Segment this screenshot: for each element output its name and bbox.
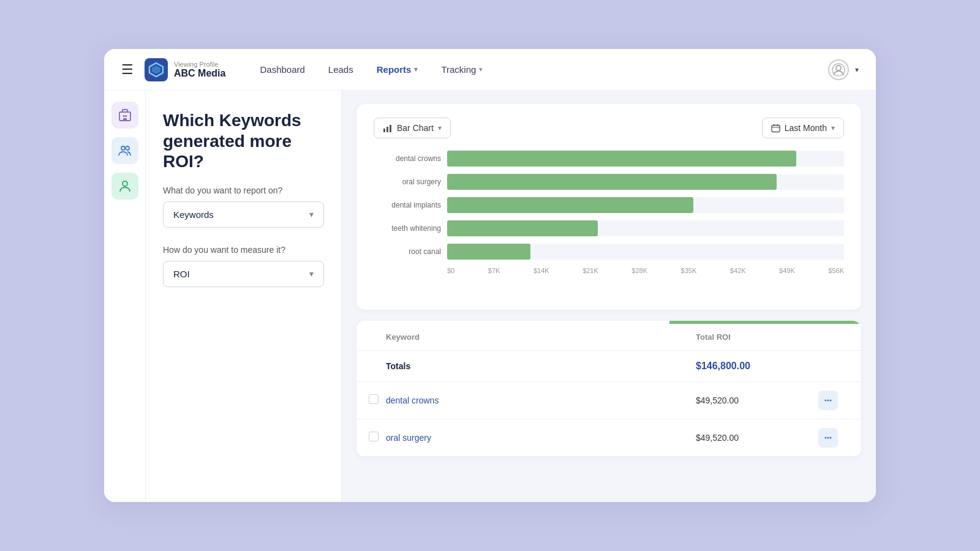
svg-point-10 — [123, 181, 127, 186]
svg-point-20 — [830, 400, 832, 402]
x-axis-label: $49K — [779, 267, 795, 274]
svg-rect-5 — [123, 115, 125, 117]
bar-label: oral surgery — [374, 178, 441, 186]
bar-row: teeth whitening — [374, 220, 844, 236]
col-roi-header: Total ROI — [696, 332, 818, 342]
sidebar-icon-people[interactable] — [111, 137, 138, 164]
nav-leads[interactable]: Leads — [318, 59, 363, 80]
x-axis: $0$7K$14K$21K$28K$35K$42K$49K$56K — [447, 267, 844, 274]
table-card: Keyword Total ROI Totals $146,800.00 den… — [356, 321, 861, 457]
header-user-chevron-icon[interactable]: ▾ — [855, 66, 859, 74]
measure-dropdown[interactable]: ROI ▾ — [163, 261, 324, 287]
action-cell — [818, 391, 849, 410]
svg-point-9 — [126, 146, 129, 150]
totals-value: $146,800.00 — [696, 361, 818, 372]
roi-cell: $49,520.00 — [696, 395, 818, 405]
table-row: dental crowns $49,520.00 — [356, 382, 861, 419]
report-on-value: Keywords — [173, 209, 214, 220]
question-1-label: What do you want to report on? — [163, 186, 324, 195]
chart-type-chevron-icon: ▾ — [438, 124, 442, 132]
logo-icon — [145, 58, 168, 81]
company-name: ABC Media — [174, 68, 225, 79]
chart-card: Bar Chart ▾ Last Month ▾ — [356, 104, 861, 310]
bar-label: teeth whitening — [374, 224, 441, 233]
svg-rect-12 — [386, 127, 388, 132]
x-axis-label: $7K — [488, 267, 500, 274]
date-filter-button[interactable]: Last Month ▾ — [762, 118, 844, 138]
question-2-label: How do you want to measure it? — [163, 245, 324, 255]
row-checkbox[interactable] — [369, 394, 379, 404]
bar-fill — [447, 244, 530, 260]
bar-row: dental crowns — [374, 151, 844, 167]
svg-rect-11 — [383, 129, 385, 132]
bar-row: oral surgery — [374, 174, 844, 190]
action-cell — [818, 428, 849, 448]
logo-text: Viewing Profile ABC Media — [174, 61, 225, 79]
bar-label: root canal — [374, 247, 441, 256]
svg-point-21 — [825, 437, 827, 439]
sidebar — [104, 91, 146, 502]
x-axis-label: $28K — [631, 267, 647, 274]
chart-toolbar: Bar Chart ▾ Last Month ▾ — [374, 118, 844, 138]
col-keyword-header: Keyword — [386, 332, 696, 342]
table-totals-row: Totals $146,800.00 — [356, 351, 861, 382]
keyword-cell[interactable]: oral surgery — [386, 433, 696, 443]
bar-track — [447, 151, 844, 167]
user-avatar[interactable] — [828, 59, 849, 80]
viewing-profile-label: Viewing Profile — [174, 61, 225, 68]
bar-track — [447, 197, 844, 213]
bar-fill — [447, 220, 598, 236]
report-on-dropdown[interactable]: Keywords ▾ — [163, 201, 324, 228]
bar-fill — [447, 197, 693, 213]
x-axis-label: $0 — [447, 267, 454, 274]
bar-chart: dental crowns oral surgery dental implan… — [374, 151, 844, 293]
sidebar-icon-building[interactable] — [111, 102, 138, 129]
svg-marker-1 — [152, 66, 160, 74]
left-panel: Which Keywords generated more ROI? What … — [146, 91, 342, 502]
svg-rect-13 — [390, 125, 391, 132]
measure-value: ROI — [173, 269, 190, 279]
measure-chevron-icon: ▾ — [309, 269, 314, 279]
reports-chevron-icon: ▾ — [414, 66, 418, 73]
nav-reports[interactable]: Reports ▾ — [367, 59, 428, 80]
bar-label: dental implants — [374, 201, 441, 209]
tracking-chevron-icon: ▾ — [479, 66, 483, 73]
x-axis-label: $42K — [730, 267, 746, 274]
action-button[interactable] — [818, 428, 838, 448]
bar-track — [447, 174, 844, 190]
row-checkbox[interactable] — [369, 432, 379, 441]
action-button[interactable] — [818, 391, 838, 410]
header-right: ▾ — [828, 59, 859, 80]
x-axis-label: $21K — [582, 267, 598, 274]
bar-row: dental implants — [374, 197, 844, 213]
sidebar-icon-person[interactable] — [111, 173, 138, 200]
svg-point-19 — [827, 400, 829, 402]
svg-point-18 — [825, 400, 827, 402]
chart-type-button[interactable]: Bar Chart ▾ — [374, 118, 451, 138]
header: ☰ Viewing Profile ABC Media Dashboard Le… — [104, 49, 876, 91]
svg-rect-14 — [772, 125, 780, 132]
logo: Viewing Profile ABC Media — [145, 58, 225, 81]
nav-dashboard[interactable]: Dashboard — [250, 59, 314, 80]
svg-rect-6 — [125, 115, 127, 117]
dropdown-chevron-icon: ▾ — [309, 209, 314, 219]
bar-fill — [447, 151, 796, 167]
totals-label: Totals — [386, 361, 696, 371]
svg-point-8 — [121, 146, 125, 150]
x-axis-label: $56K — [828, 267, 844, 274]
table-header: Keyword Total ROI — [356, 324, 861, 351]
nav-tracking[interactable]: Tracking ▾ — [431, 59, 492, 80]
date-filter-chevron-icon: ▾ — [831, 124, 835, 132]
svg-point-2 — [836, 66, 841, 70]
roi-cell: $49,520.00 — [696, 433, 818, 443]
svg-point-23 — [830, 437, 832, 439]
bar-track — [447, 244, 844, 260]
hamburger-menu[interactable]: ☰ — [121, 62, 134, 78]
keyword-cell[interactable]: dental crowns — [386, 395, 696, 405]
date-filter-label: Last Month — [785, 123, 827, 133]
bar-track — [447, 220, 844, 236]
x-axis-label: $14K — [533, 267, 549, 274]
svg-point-22 — [827, 437, 829, 439]
row-checkbox-cell — [369, 432, 386, 444]
main-content: Bar Chart ▾ Last Month ▾ — [342, 91, 876, 502]
